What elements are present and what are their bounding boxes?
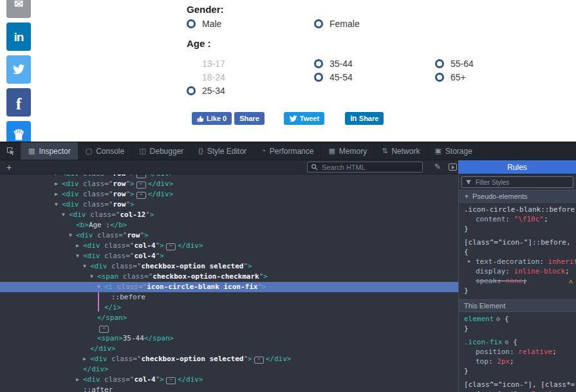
markup-node[interactable]: ▼<div class="row">: [0, 230, 458, 241]
markup-node[interactable]: </div>: [0, 364, 458, 375]
css-selector-line[interactable]: .icon-circle-blank::before {: [459, 205, 576, 214]
markup-node[interactable]: ::before: [0, 292, 458, 303]
share-button-crown[interactable]: ♛: [6, 121, 31, 142]
tab-memory[interactable]: ▦Memory: [321, 142, 375, 160]
markup-node[interactable]: ▶<div class="row">⋯</div>: [0, 174, 458, 179]
markup-node[interactable]: ▼<div class="row">: [0, 200, 458, 210]
twisty-icon[interactable]: ▼: [90, 272, 97, 282]
css-declaration[interactable]: display: inline-block;: [459, 266, 576, 276]
pick-element-button[interactable]: [0, 142, 21, 160]
markup-node[interactable]: ▼<div class="checkbox-option selected">: [0, 261, 458, 272]
css-selector-line[interactable]: [class^="icon-"], [class*=" icon-"] {: [459, 380, 576, 389]
markup-node[interactable]: </span>: [0, 313, 458, 323]
twisty-icon[interactable]: ▼: [83, 261, 90, 272]
collapsed-content-badge[interactable]: ⋯: [136, 182, 146, 189]
markup-node[interactable]: <b>Age :</b>: [0, 220, 458, 230]
twisty-icon[interactable]: ▶: [76, 375, 83, 385]
collapsed-content-badge[interactable]: ⋯: [166, 377, 176, 384]
age-option-65+[interactable]: 65+: [435, 70, 474, 84]
twisty-icon[interactable]: ▶: [55, 179, 62, 189]
css-declaration[interactable]: speak: none;⚠: [459, 276, 576, 286]
markup-node[interactable]: </i>: [0, 303, 458, 313]
markup-node-selected[interactable]: ▼<i class="icon-circle-blank icon-fix">: [0, 282, 458, 292]
radio-icon[interactable]: [187, 19, 196, 28]
radio-icon[interactable]: [187, 86, 196, 95]
css-selector-line[interactable]: }: [459, 366, 576, 376]
css-declaration[interactable]: ▶text-decoration: inherit;: [459, 257, 576, 266]
css-selector-line[interactable]: }: [459, 224, 576, 234]
search-box[interactable]: [307, 162, 423, 173]
collapsed-content-badge[interactable]: ⋯: [136, 192, 146, 199]
css-selector-line[interactable]: }: [459, 286, 576, 295]
add-node-button[interactable]: +: [6, 160, 12, 174]
twisty-icon[interactable]: ▼: [76, 251, 83, 261]
rules-tab[interactable]: Rules: [458, 160, 576, 174]
age-option-35-44[interactable]: 35-44: [314, 57, 353, 70]
tab-style-editor[interactable]: {}Style Editor: [191, 142, 254, 160]
filter-styles-box[interactable]: [461, 176, 573, 188]
markup-node[interactable]: ▶<div class="col-4">⋯</div>: [0, 241, 458, 251]
rules-section-header[interactable]: This Element: [459, 299, 576, 312]
facebook-share-button[interactable]: Share: [234, 112, 265, 125]
twisty-icon[interactable]: ▼: [69, 230, 76, 241]
search-input[interactable]: [321, 163, 419, 172]
markup-node[interactable]: ▼<div class="col-4">: [0, 251, 458, 261]
age-option-45-54[interactable]: 45-54: [314, 70, 353, 84]
tab-debugger[interactable]: ◫Debugger: [132, 142, 191, 160]
css-declaration[interactable]: content: "\f10c";: [459, 214, 576, 224]
radio-icon[interactable]: [314, 73, 323, 82]
tab-network[interactable]: ⇅Network: [375, 142, 427, 160]
tweet-button[interactable]: Tweet: [284, 112, 324, 125]
share-button-email[interactable]: ✉: [6, 0, 31, 18]
share-button-linkedin[interactable]: in: [6, 23, 31, 51]
rules-section-header[interactable]: ▼Pseudo-elements: [459, 190, 576, 203]
css-selector-line[interactable]: .icon-fix⚙ {: [459, 337, 576, 347]
gender-option-male[interactable]: Male: [187, 18, 221, 29]
css-selector-line[interactable]: {: [459, 247, 576, 257]
facebook-like-button[interactable]: Like 0: [192, 112, 232, 125]
markup-node[interactable]: ▶<div class="row">⋯</div>: [0, 189, 458, 200]
markup-node[interactable]: </div>: [0, 344, 458, 354]
computed-twisty-icon[interactable]: ▶: [468, 257, 470, 266]
markup-node[interactable]: ▶<div class="row">⋯</div>: [0, 179, 458, 189]
collapsed-content-badge[interactable]: ⋯: [166, 243, 176, 250]
markup-node[interactable]: ▼<div class="col-12">: [0, 210, 458, 220]
radio-icon[interactable]: [314, 19, 323, 28]
gender-option-female[interactable]: Female: [314, 18, 360, 29]
twisty-icon[interactable]: ▶: [55, 189, 62, 200]
radio-icon[interactable]: [435, 59, 444, 68]
css-selector-line[interactable]: element⚙ {: [459, 314, 576, 324]
markup-node[interactable]: ▶<div class="col-4">⋯</div>: [0, 375, 458, 385]
radio-icon[interactable]: [435, 73, 444, 82]
linkedin-share-button[interactable]: in Share: [345, 112, 384, 125]
css-declaration[interactable]: position: relative;: [459, 347, 576, 357]
share-button-twitter[interactable]: [6, 55, 31, 84]
css-selector-line[interactable]: }: [459, 324, 576, 333]
css-selector-line[interactable]: [class^="icon-"]::before, [class*=" icon…: [459, 238, 576, 247]
radio-icon[interactable]: [314, 59, 323, 68]
filter-styles-input[interactable]: [474, 178, 570, 187]
twisty-icon[interactable]: ▼: [62, 210, 69, 220]
tab-storage[interactable]: ▣Storage: [427, 142, 479, 160]
age-option-55-64[interactable]: 55-64: [435, 57, 474, 70]
collapsed-content-badge[interactable]: ⋯: [254, 357, 264, 364]
markup-node[interactable]: ▼<span class="checkbox-option-checkmark"…: [0, 272, 458, 282]
share-button-facebook[interactable]: f: [6, 88, 31, 117]
collapsed-content-badge[interactable]: ⋯: [99, 326, 109, 333]
tab-console[interactable]: ▢Console: [79, 142, 132, 160]
eyedropper-icon[interactable]: ✎: [434, 162, 441, 171]
markup-node[interactable]: ::after: [0, 385, 458, 392]
markup-node[interactable]: ▶<div class="checkbox-option selected">⋯…: [0, 354, 458, 364]
css-declaration[interactable]: font-family: FontAwesome;: [459, 389, 576, 392]
toggle-pane-icon[interactable]: [449, 163, 457, 171]
css-declaration[interactable]: top: 2px;: [459, 357, 576, 366]
twisty-icon[interactable]: ▶: [76, 241, 83, 251]
age-option-25-34[interactable]: 25-34: [187, 84, 225, 97]
twisty-icon[interactable]: ▶: [55, 174, 62, 179]
tab-inspector[interactable]: ▥Inspector: [21, 142, 79, 160]
twisty-icon[interactable]: ▶: [83, 354, 90, 364]
collapsed-content-badge[interactable]: ⋯: [136, 174, 146, 178]
markup-node[interactable]: ⋯: [0, 323, 458, 333]
twisty-icon[interactable]: ▼: [55, 200, 62, 210]
tab-performance[interactable]: ◔Performance: [254, 142, 321, 160]
